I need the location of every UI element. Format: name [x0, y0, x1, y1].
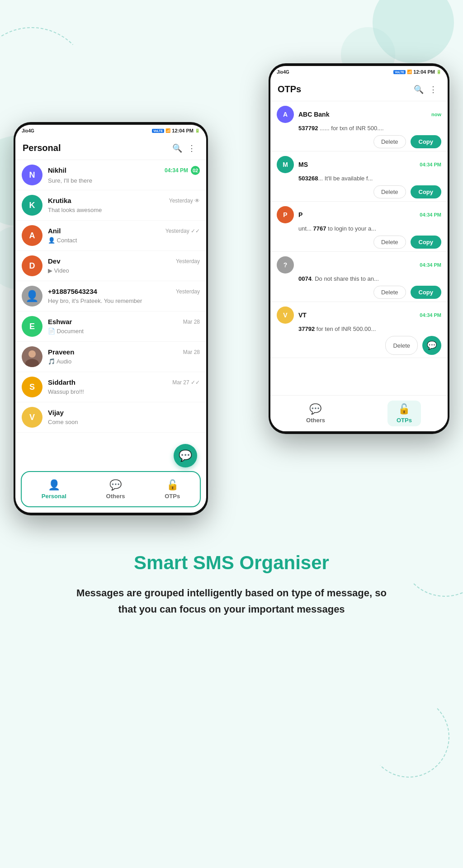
delete-button-5[interactable]: Delete	[385, 336, 418, 355]
otp-actions-3: Delete Copy	[298, 236, 441, 249]
contact-row1-vijay: Vijay	[48, 409, 200, 416]
otps-icon-back: 🔓	[398, 403, 410, 415]
contact-time-unknown: Yesterday	[176, 288, 200, 295]
main-title: Smart SMS Organiser	[27, 552, 436, 574]
contact-time-dev: Yesterday	[176, 258, 200, 264]
contact-preview-dev: ▶ Video	[48, 267, 69, 274]
contact-name-eshwar: Eshwar	[48, 318, 72, 326]
otp-avatar-1: A	[277, 106, 294, 123]
bottom-nav-back: 💬 Others 🔓 OTPs	[270, 395, 448, 431]
chat-fab[interactable]: 💬	[174, 444, 197, 467]
copy-button-1[interactable]: Copy	[411, 135, 442, 148]
contact-time-anil: Yesterday ✓✓	[165, 228, 200, 234]
status-icons-back: VoLTE 📶 12:04 PM 🔋	[393, 69, 441, 75]
otp-actions-2: Delete Copy	[298, 185, 441, 198]
contact-name-nikhil: Nikhil	[48, 166, 66, 174]
avatar-krutika: K	[22, 195, 43, 216]
avatar-unknown: 👤	[22, 286, 43, 307]
contact-row1-nikhil: Nikhil 04:34 PM 02	[48, 166, 200, 175]
menu-button-back[interactable]: ⋮	[426, 82, 440, 97]
phone-back: Jio4G VoLTE 📶 12:04 PM 🔋 OTPs 🔍 ⋮	[269, 63, 449, 434]
contact-info-nikhil: Nikhil 04:34 PM 02 Sure, I'll be there	[48, 166, 200, 184]
otp-avatar-2: M	[277, 156, 294, 173]
phone-back-screen: Jio4G VoLTE 📶 12:04 PM 🔋 OTPs 🔍 ⋮	[270, 66, 448, 431]
contact-name-krutika: Krutika	[48, 197, 71, 204]
otp-item-4[interactable]: ? 04:34 PM 0074. Do not share this to an…	[270, 252, 448, 302]
contact-item-vijay[interactable]: V Vijay Come soon	[15, 402, 206, 433]
contact-preview-anil: 👤 Contact	[48, 237, 77, 244]
avatar-praveen	[22, 346, 43, 367]
copy-button-3[interactable]: Copy	[411, 236, 442, 249]
contact-preview-nikhil: Sure, I'll be there	[48, 177, 92, 184]
contact-row1-krutika: Krutika Yesterday 👁	[48, 197, 200, 204]
menu-button-front[interactable]: ⋮	[184, 141, 199, 156]
battery-icon-front: 🔋	[195, 128, 200, 133]
otp-item-3[interactable]: P P 04:34 PM unt... 7767 to login to you…	[270, 202, 448, 252]
contact-name-anil: Anil	[48, 227, 61, 235]
others-icon-back: 💬	[309, 403, 321, 415]
time-front: 12:04 PM	[172, 128, 194, 133]
delete-button-3[interactable]: Delete	[373, 236, 406, 249]
delete-button-4[interactable]: Delete	[373, 286, 406, 299]
contact-row1-praveen: Praveen Mar 28	[48, 348, 200, 356]
avatar-anil: A	[22, 225, 43, 246]
signal-icon-back: 📶	[407, 70, 412, 74]
nav-otps-back[interactable]: 🔓 OTPs	[387, 401, 421, 426]
status-bar-front: Jio4G VoLTE 📶 12:04 PM 🔋	[15, 125, 206, 137]
nav-otps-front[interactable]: 🔓 OTPs	[156, 476, 189, 502]
contact-info-krutika: Krutika Yesterday 👁 That looks awesome	[48, 197, 200, 214]
svg-point-1	[28, 350, 36, 358]
otp-actions-4: Delete Copy	[298, 286, 441, 299]
nav-others-front[interactable]: 💬 Others	[97, 476, 134, 502]
volte-badge-back: VoLTE	[393, 70, 406, 74]
contact-item-anil[interactable]: A Anil Yesterday ✓✓ 👤 Contact	[15, 221, 206, 251]
otp-time-5: 04:34 PM	[420, 312, 441, 318]
contact-preview-siddarth: Wassup bro!!!	[48, 388, 84, 395]
contact-info-unknown: +918875643234 Yesterday Hey bro, it's Pr…	[48, 288, 200, 305]
contact-row1-eshwar: Eshwar Mar 28	[48, 318, 200, 326]
otp-item-1[interactable]: A ABC Bank now 537792 ...... for txn of …	[270, 101, 448, 151]
contact-item-siddarth[interactable]: S Siddarth Mar 27 ✓✓ Wassup bro!!!	[15, 372, 206, 402]
time-back: 12:04 PM	[413, 69, 435, 75]
contact-name-unknown: +918875643234	[48, 288, 97, 295]
delete-button-1[interactable]: Delete	[373, 135, 406, 148]
delete-button-2[interactable]: Delete	[373, 185, 406, 198]
copy-button-2[interactable]: Copy	[411, 185, 442, 198]
otp-avatar-3: P	[277, 206, 294, 223]
contact-preview-krutika: That looks awesome	[48, 207, 102, 213]
nav-personal-front[interactable]: 👤 Personal	[33, 476, 76, 502]
contact-item-krutika[interactable]: K Krutika Yesterday 👁 That looks awesome	[15, 190, 206, 221]
bottom-nav-front: 👤 Personal 💬 Others 🔓 OTPs	[21, 471, 201, 507]
status-icons-front: VoLTE 📶 12:04 PM 🔋	[152, 128, 200, 133]
contact-time-nikhil: 04:34 PM	[165, 167, 188, 174]
contact-time-praveen: Mar 28	[183, 349, 200, 355]
contact-preview-praveen: 🎵 Audio	[48, 358, 71, 365]
otp-message-list: A ABC Bank now 537792 ...... for txn of …	[270, 101, 448, 395]
otps-label-front: OTPs	[165, 493, 180, 500]
contact-item-nikhil[interactable]: N Nikhil 04:34 PM 02 Sure, I'll be there	[15, 160, 206, 190]
copy-button-4[interactable]: Copy	[411, 286, 442, 299]
contact-item-dev[interactable]: D Dev Yesterday ▶ Video	[15, 251, 206, 281]
phone-front: Jio4G VoLTE 📶 12:04 PM 🔋 Personal 🔍 ⋮ N	[14, 122, 208, 515]
otp-actions-5: Delete 💬	[298, 336, 441, 355]
volte-badge-front: VoLTE	[152, 129, 164, 133]
copy-button-5[interactable]: 💬	[422, 336, 441, 355]
search-button-front[interactable]: 🔍	[170, 141, 184, 156]
others-label-front: Others	[106, 493, 125, 500]
personal-icon-front: 👤	[48, 479, 60, 491]
carrier-front: Jio4G	[22, 128, 34, 133]
otp-item-5[interactable]: V VT 04:34 PM 37792 for ten of INR 500.0…	[270, 302, 448, 358]
otp-preview-4: 0074. Do not share this to an...	[298, 275, 441, 282]
contact-item-eshwar[interactable]: E Eshwar Mar 28 📄 Document	[15, 311, 206, 342]
contact-info-praveen: Praveen Mar 28 🎵 Audio	[48, 348, 200, 365]
contact-item-unknown[interactable]: 👤 +918875643234 Yesterday Hey bro, it's …	[15, 281, 206, 311]
app-title-front: Personal	[23, 143, 170, 153]
main-description: Messages are grouped intelligently based…	[73, 585, 390, 617]
contact-time-eshwar: Mar 28	[183, 319, 200, 325]
contact-item-praveen[interactable]: Praveen Mar 28 🎵 Audio	[15, 342, 206, 372]
nav-others-back[interactable]: 💬 Others	[297, 401, 334, 426]
search-button-back[interactable]: 🔍	[411, 82, 426, 97]
otp-item-2[interactable]: M MS 04:34 PM 503268... It'll be availab…	[270, 151, 448, 202]
app-title-back: OTPs	[278, 84, 411, 94]
otp-preview-3: unt... 7767 to login to your a...	[298, 225, 441, 232]
